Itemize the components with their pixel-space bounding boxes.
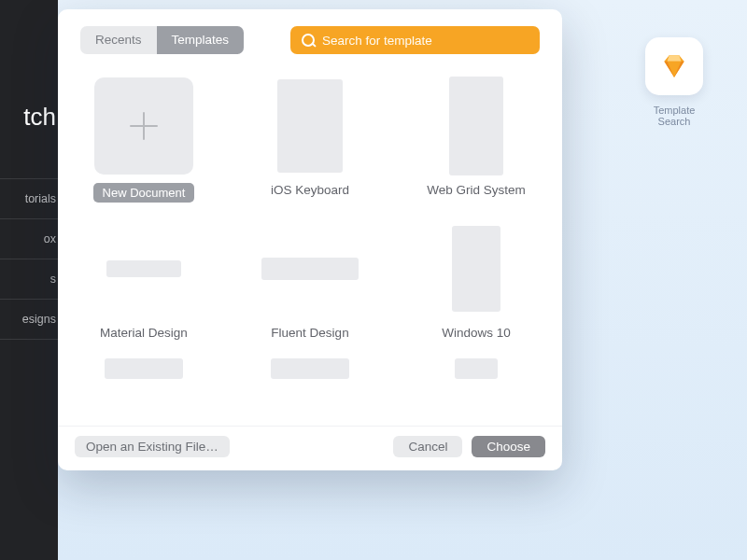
- diamond-icon: [658, 50, 690, 82]
- template-label: Web Grid System: [427, 183, 526, 197]
- open-existing-file-button[interactable]: Open an Existing File…: [75, 436, 230, 457]
- divider: [0, 339, 58, 340]
- cancel-button[interactable]: Cancel: [393, 436, 462, 457]
- sidebar-item-2[interactable]: ox: [0, 219, 56, 259]
- sidebar-item-3[interactable]: s: [0, 259, 56, 299]
- template-label: Fluent Design: [271, 326, 348, 340]
- app-icon-block: Template Search: [641, 37, 708, 127]
- thumbnail: [411, 358, 542, 381]
- thumbnail: [245, 78, 375, 174]
- template-grid-wrap: New Document iOS Keyboard Web Grid Syste…: [58, 54, 562, 426]
- sidebar-item-tutorials[interactable]: torials: [0, 179, 56, 218]
- tab-recents[interactable]: Recents: [80, 26, 157, 54]
- thumbnail: [78, 358, 209, 381]
- template-fluent-design[interactable]: Fluent Design: [245, 221, 375, 340]
- template-label: Windows 10: [442, 326, 511, 340]
- template-ios-keyboard[interactable]: iOS Keyboard: [245, 78, 375, 203]
- thumbnail: [245, 221, 375, 316]
- choose-button[interactable]: Choose: [472, 436, 545, 457]
- template-row-peek[interactable]: [411, 358, 542, 381]
- new-doc-tile: [94, 77, 193, 175]
- template-label: New Document: [93, 183, 195, 203]
- thumbnail: [78, 221, 209, 316]
- thumbnail: [78, 78, 209, 174]
- template-label: iOS Keyboard: [271, 183, 349, 197]
- template-row-peek[interactable]: [245, 358, 375, 381]
- template-row-peek[interactable]: [78, 358, 209, 381]
- search-icon: [302, 34, 315, 47]
- dialog-header: Recents Templates: [58, 9, 562, 54]
- search-input[interactable]: [322, 34, 529, 48]
- template-material-design[interactable]: Material Design: [78, 221, 209, 340]
- sketch-app-icon[interactable]: [645, 37, 703, 95]
- app-title: tch: [0, 56, 56, 178]
- search-field[interactable]: [290, 26, 540, 54]
- thumbnail: [245, 358, 375, 381]
- thumbnail: [411, 78, 542, 174]
- tab-switcher: Recents Templates: [80, 26, 244, 54]
- dialog-footer: Open an Existing File… Cancel Choose: [58, 426, 562, 470]
- plus-icon: [130, 112, 158, 140]
- svg-marker-2: [668, 55, 682, 61]
- template-grid: New Document iOS Keyboard Web Grid Syste…: [78, 78, 542, 381]
- template-windows-10[interactable]: Windows 10: [411, 221, 542, 340]
- thumbnail: [411, 221, 542, 316]
- template-web-grid-system[interactable]: Web Grid System: [411, 78, 542, 203]
- app-icon-caption: Template Search: [641, 105, 708, 127]
- tab-templates[interactable]: Templates: [157, 26, 245, 54]
- template-label: Material Design: [100, 326, 188, 340]
- welcome-sidebar: tch torials ox s esigns: [0, 0, 58, 560]
- template-new-document[interactable]: New Document: [78, 78, 209, 203]
- sidebar-item-designs[interactable]: esigns: [0, 300, 56, 339]
- template-picker-dialog: Recents Templates New Document iOS Keybo…: [58, 9, 562, 470]
